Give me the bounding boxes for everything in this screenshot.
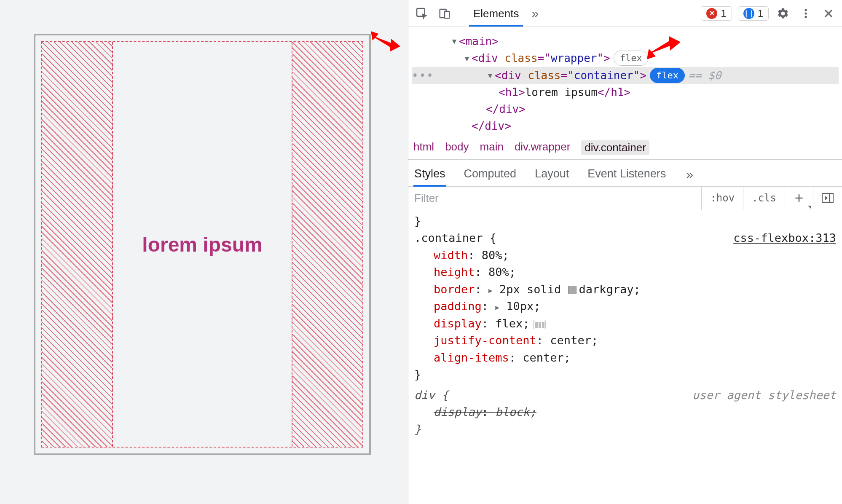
expand-triangle-icon[interactable]: ▶ xyxy=(495,303,499,311)
inspect-icon[interactable] xyxy=(413,5,430,22)
rule-container[interactable]: .container { css-flexbox:313 width: 80%;… xyxy=(414,230,836,383)
error-count-badge[interactable]: ✕ 1 xyxy=(701,6,732,21)
disclosure-triangle-icon[interactable]: ▼ xyxy=(462,53,472,64)
flex-badge[interactable]: flex xyxy=(614,51,649,66)
issues-count: 1 xyxy=(758,8,763,19)
rule-selector[interactable]: .container { xyxy=(414,230,496,247)
color-swatch[interactable] xyxy=(568,286,577,294)
rendered-page-preview: lorem ipsum xyxy=(0,0,408,504)
computed-panel-toggle-icon[interactable] xyxy=(813,187,842,210)
flex-free-space-right xyxy=(292,42,362,447)
tree-node-main[interactable]: ▼ <main> xyxy=(412,33,839,50)
annotation-arrow-overlay xyxy=(371,30,400,51)
rule-source-link[interactable]: css-flexbox:313 xyxy=(733,230,836,247)
svg-marker-0 xyxy=(371,31,400,51)
tree-node-container-close[interactable]: </div> xyxy=(412,101,839,118)
rule-source-ua: user agent stylesheet xyxy=(692,387,836,404)
crumb-main[interactable]: main xyxy=(480,140,504,155)
container-element-highlight: lorem ipsum xyxy=(34,34,371,455)
svg-point-4 xyxy=(804,9,807,11)
declaration[interactable]: height: 80%; xyxy=(414,264,836,281)
overflow-ellipsis-icon[interactable]: ••• xyxy=(412,67,434,84)
crumb-html[interactable]: html xyxy=(413,140,434,155)
declaration[interactable]: display: flex; xyxy=(414,315,836,332)
subtabs-overflow-icon[interactable]: » xyxy=(684,167,696,182)
flex-badge-active[interactable]: flex xyxy=(650,68,685,83)
svg-point-5 xyxy=(804,12,807,14)
subtab-layout[interactable]: Layout xyxy=(534,163,570,186)
flex-free-space-left xyxy=(42,42,113,447)
tree-node-wrapper[interactable]: ▼ <div class="wrapper"> flex xyxy=(412,50,839,67)
svg-marker-9 xyxy=(825,196,828,200)
svg-rect-3 xyxy=(445,11,449,18)
styles-filter-input[interactable] xyxy=(408,192,701,205)
crumb-container[interactable]: div.container xyxy=(581,140,649,155)
cls-toggle[interactable]: .cls xyxy=(743,187,785,210)
rule-truncated-close: } xyxy=(414,213,836,230)
declaration: display: block; xyxy=(414,404,836,421)
disclosure-triangle-icon[interactable]: ▼ xyxy=(485,70,495,81)
tree-node-container[interactable]: ••• ▼ <div class="container"> flex == $0 xyxy=(412,67,839,84)
devtools-panel: Elements » ✕ 1 ❘❘ 1 xyxy=(408,0,842,504)
tabs-overflow-icon[interactable]: » xyxy=(529,6,541,21)
rule-div-ua[interactable]: div { user agent stylesheet display: blo… xyxy=(414,387,836,438)
rule-selector: div { xyxy=(414,387,448,404)
tab-elements[interactable]: Elements xyxy=(469,1,523,25)
issues-count-badge[interactable]: ❘❘ 1 xyxy=(738,6,769,21)
style-rules[interactable]: } .container { css-flexbox:313 width: 80… xyxy=(408,210,842,504)
expand-triangle-icon[interactable]: ▶ xyxy=(488,287,493,295)
subtab-styles[interactable]: Styles xyxy=(413,163,446,186)
tree-node-wrapper-close[interactable]: </div> xyxy=(412,118,839,134)
declaration[interactable]: justify-content: center; xyxy=(414,332,836,349)
error-icon: ✕ xyxy=(706,8,717,19)
disclosure-triangle-icon[interactable]: ▼ xyxy=(450,35,459,47)
new-style-rule-button[interactable] xyxy=(785,187,813,210)
preview-heading: lorem ipsum xyxy=(142,233,262,256)
selected-node-meta: == $0 xyxy=(688,67,721,84)
gear-icon[interactable] xyxy=(775,5,791,22)
error-count: 1 xyxy=(721,8,726,19)
kebab-menu-icon[interactable] xyxy=(797,5,814,22)
subtab-listeners[interactable]: Event Listeners xyxy=(587,163,667,186)
declaration[interactable]: align-items: center; xyxy=(414,349,836,367)
svg-marker-7 xyxy=(647,36,681,59)
tree-node-h1[interactable]: <h1>lorem ipsum</h1> xyxy=(412,84,839,101)
crumb-wrapper[interactable]: div.wrapper xyxy=(515,140,570,155)
close-icon[interactable] xyxy=(820,5,837,22)
declaration[interactable]: border: ▶ 2px solid darkgray; xyxy=(414,281,836,298)
crumb-body[interactable]: body xyxy=(445,140,469,155)
hov-toggle[interactable]: :hov xyxy=(701,187,743,210)
dom-tree[interactable]: ▼ <main> ▼ <div class="wrapper"> flex ••… xyxy=(408,27,842,136)
styles-subtabs: Styles Computed Layout Event Listeners » xyxy=(408,160,842,187)
declaration[interactable]: padding: ▶ 10px; xyxy=(414,298,836,315)
device-toggle-icon[interactable] xyxy=(436,5,453,22)
declaration[interactable]: width: 80%; xyxy=(414,247,836,264)
devtools-toolbar: Elements » ✕ 1 ❘❘ 1 xyxy=(408,0,842,27)
styles-filter-bar: :hov .cls xyxy=(408,187,842,210)
subtab-computed[interactable]: Computed xyxy=(463,163,518,186)
issues-icon: ❘❘ xyxy=(743,8,754,19)
flexbox-editor-icon[interactable] xyxy=(533,320,546,329)
breadcrumb[interactable]: html body main div.wrapper div.container xyxy=(408,136,842,160)
svg-point-6 xyxy=(804,16,807,18)
